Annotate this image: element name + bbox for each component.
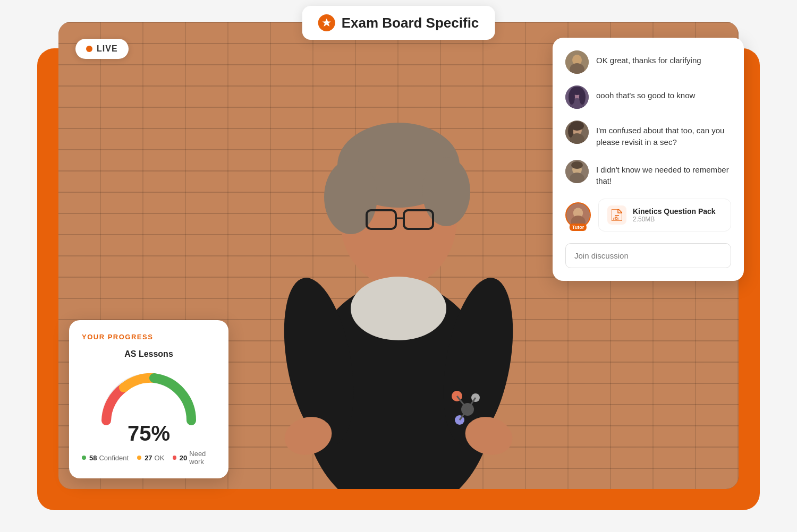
chat-message-3: I'm confused about that too, can you ple… xyxy=(565,121,731,148)
avatar-2-svg xyxy=(565,85,589,109)
ok-dot xyxy=(137,456,141,460)
join-discussion-input[interactable] xyxy=(565,243,731,268)
gauge-svg xyxy=(96,367,202,426)
need-work-dot xyxy=(173,456,176,460)
avatar-4 xyxy=(565,160,589,183)
ok-num: 27 xyxy=(145,454,152,462)
stat-need-work: 20 Need work xyxy=(173,450,216,466)
need-work-num: 20 xyxy=(180,454,187,462)
live-text: LIVE xyxy=(97,44,118,54)
ok-label: OK xyxy=(155,454,165,462)
outer-container: LIVE Exam Board Specific YOUR PROGRESS A… xyxy=(37,22,760,510)
message-4-text: I didn't know we needed to remember that… xyxy=(596,160,731,187)
svg-point-9 xyxy=(351,277,446,340)
chat-message-2: oooh that's so good to know xyxy=(565,85,731,109)
avatar-1-svg xyxy=(565,50,589,74)
confident-num: 58 xyxy=(89,454,97,462)
file-box[interactable]: PDF Kinetics Question Pack 2.50MB xyxy=(598,199,731,231)
tutor-avatar-wrap: Tutor xyxy=(565,202,591,228)
progress-title: YOUR PROGRESS xyxy=(82,333,216,341)
progress-stats: 58 Confident 27 OK 20 Need work xyxy=(82,450,216,466)
chat-panel: OK great, thanks for clarifying oooh tha… xyxy=(553,38,744,281)
pdf-file-icon: PDF xyxy=(612,209,622,221)
svg-point-34 xyxy=(568,125,573,138)
chat-message-4: I didn't know we needed to remember that… xyxy=(565,160,731,187)
file-name: Kinetics Question Pack xyxy=(633,207,716,216)
chat-message-1: OK great, thanks for clarifying xyxy=(565,50,731,74)
gauge-chart: 75% xyxy=(82,367,216,445)
svg-text:PDF: PDF xyxy=(613,217,620,220)
stat-confident: 58 Confident xyxy=(82,450,129,466)
message-3-text: I'm confused about that too, can you ple… xyxy=(596,121,731,148)
svg-point-5 xyxy=(422,157,470,226)
stat-ok: 27 OK xyxy=(137,450,164,466)
exam-badge-icon xyxy=(318,14,335,31)
person-silhouette xyxy=(266,54,531,489)
avatar-3-svg xyxy=(565,121,589,144)
need-work-label: Need work xyxy=(189,450,216,466)
file-attachment-row: Tutor PDF Kinetics Question Pack 2.50MB xyxy=(565,199,731,231)
message-1-text: OK great, thanks for clarifying xyxy=(596,50,701,66)
file-size: 2.50MB xyxy=(633,216,716,223)
progress-subtitle: AS Lessons xyxy=(82,349,216,359)
tutor-label: Tutor xyxy=(570,224,587,231)
pdf-icon: PDF xyxy=(607,205,626,225)
avatar-4-svg xyxy=(565,160,589,183)
confident-dot xyxy=(82,456,86,460)
message-2-text: oooh that's so good to know xyxy=(596,85,695,101)
svg-point-4 xyxy=(324,160,377,234)
live-dot xyxy=(86,46,92,52)
avatar-3 xyxy=(565,121,589,144)
svg-point-38 xyxy=(571,161,583,169)
svg-point-29 xyxy=(571,87,583,95)
progress-card: YOUR PROGRESS AS Lessons 75% xyxy=(69,320,228,478)
avatar-1 xyxy=(565,50,589,74)
exam-badge-text: Exam Board Specific xyxy=(342,15,479,31)
exam-board-badge: Exam Board Specific xyxy=(302,6,495,40)
confident-label: Confident xyxy=(99,454,129,462)
live-badge: LIVE xyxy=(75,39,129,59)
avatar-2 xyxy=(565,85,589,109)
file-info: Kinetics Question Pack 2.50MB xyxy=(633,207,716,223)
